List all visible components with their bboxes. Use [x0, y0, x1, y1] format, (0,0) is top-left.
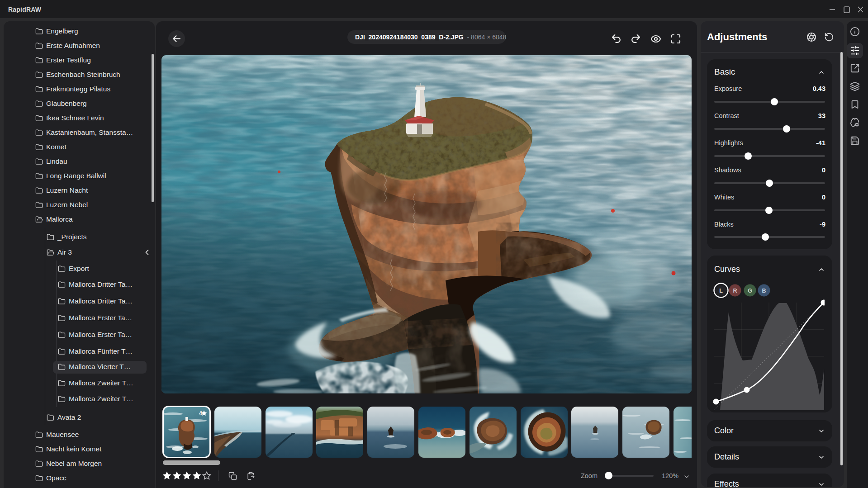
- svg-text:R: R: [733, 288, 737, 294]
- svg-text:L: L: [719, 288, 723, 294]
- svg-text:4: 4: [199, 410, 202, 417]
- svg-text:B: B: [762, 288, 766, 294]
- svg-text:G: G: [748, 288, 752, 294]
